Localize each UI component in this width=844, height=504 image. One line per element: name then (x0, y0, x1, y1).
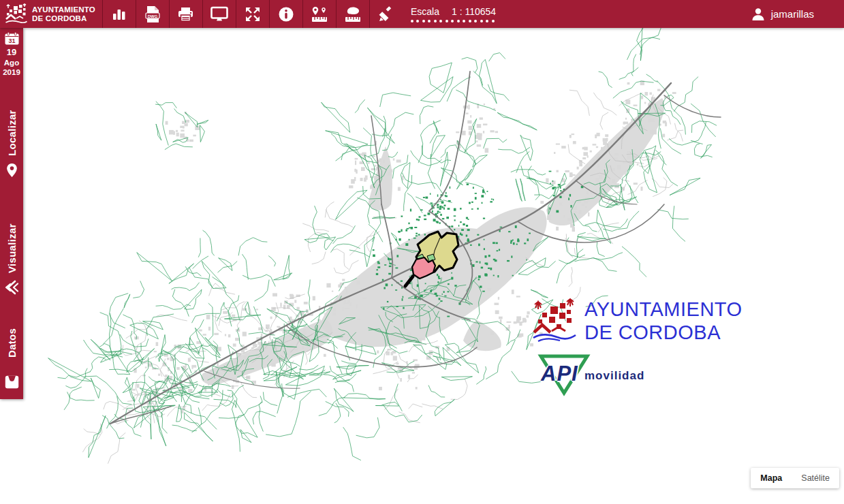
info-icon (278, 6, 294, 22)
tray-icon[interactable] (5, 375, 19, 389)
top-toolbar: AYUNTAMIENTO DE CORDOBA DWG (0, 0, 844, 28)
sidebar-item-visualizar[interactable]: Visualizar (6, 210, 18, 273)
measure-distance-icon (311, 5, 328, 23)
svg-text:31: 31 (8, 37, 15, 44)
printer-icon (177, 6, 194, 22)
app-logo: AYUNTAMIENTO DE CORDOBA (0, 0, 102, 28)
scale-readout: Escala 1 : 110654 (403, 0, 496, 28)
screen-button[interactable] (202, 0, 236, 28)
app-title: AYUNTAMIENTO DE CORDOBA (32, 5, 95, 23)
calendar-icon[interactable]: 31 (5, 32, 19, 45)
date-day: 19 (3, 47, 20, 57)
dwg-file-icon: DWG (144, 5, 161, 23)
maptype-control: Mapa Satélite (751, 468, 839, 488)
date-month: Ago (3, 59, 20, 67)
date-year: 2019 (3, 68, 20, 76)
location-pin-icon[interactable] (6, 163, 18, 178)
app-root: AYUNTAMIENTO DE CORDOBA API movilidad Ma… (0, 0, 844, 504)
username: jamarillas (771, 8, 814, 20)
scale-label: Escala (411, 6, 439, 17)
user-menu[interactable]: jamarillas (751, 0, 844, 28)
info-button[interactable] (269, 0, 302, 28)
maptype-map-button[interactable]: Mapa (751, 468, 792, 488)
monitor-icon (210, 6, 228, 22)
current-date: 19 Ago 2019 (3, 45, 20, 76)
print-button[interactable] (169, 0, 202, 28)
measure-area-icon (344, 5, 362, 23)
cordoba-crest-white-icon (5, 3, 27, 25)
draw-button[interactable] (369, 0, 403, 28)
scale-dotted-bar (411, 20, 496, 22)
sidebar-item-localizar[interactable]: Localizar (6, 95, 18, 156)
svg-text:DWG: DWG (148, 14, 158, 18)
left-sidebar: 31 19 Ago 2019 Localizar Visualizar Dato… (0, 28, 23, 399)
sidebar-item-datos[interactable]: Datos (6, 321, 18, 358)
app-title-line1: AYUNTAMIENTO (32, 5, 95, 14)
measure-area-button[interactable] (336, 0, 369, 28)
scale-value: 1 : 110654 (452, 6, 496, 17)
fullscreen-button[interactable] (236, 0, 269, 28)
pencil-icon (377, 5, 395, 23)
map-canvas[interactable]: AYUNTAMIENTO DE CORDOBA API movilidad (0, 28, 844, 504)
dwg-export-button[interactable]: DWG (136, 0, 169, 28)
bar-chart-button[interactable] (102, 0, 136, 28)
bar-chart-icon (111, 6, 127, 22)
measure-distance-button[interactable] (302, 0, 336, 28)
fullscreen-icon (245, 6, 261, 22)
street-map-graphic (0, 0, 844, 504)
layers-icon[interactable] (5, 280, 18, 295)
maptype-satellite-button[interactable]: Satélite (792, 468, 839, 488)
user-icon (751, 7, 766, 22)
app-title-line2: DE CORDOBA (32, 14, 95, 23)
